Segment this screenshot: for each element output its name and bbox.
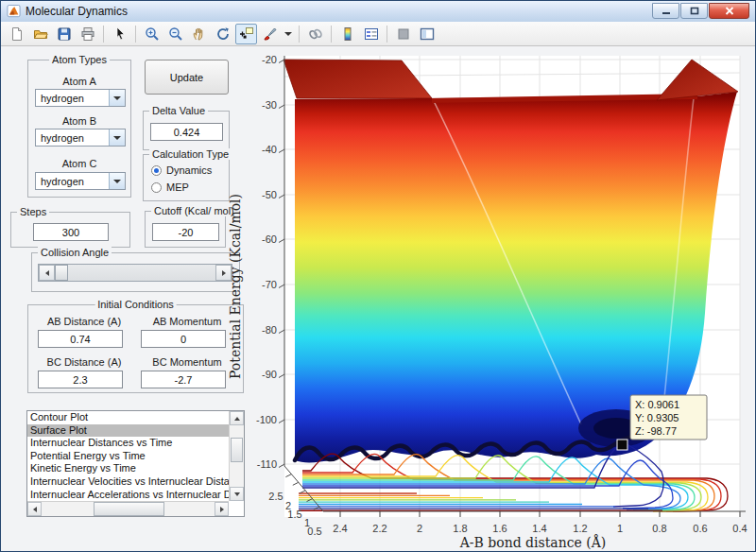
insert-legend-button[interactable] xyxy=(360,24,382,44)
cutoff-panel: Cutoff (Kcal/ mol) xyxy=(145,211,226,248)
link-plots-button[interactable] xyxy=(304,24,326,44)
ab-distance-field[interactable] xyxy=(38,330,123,348)
ab-momentum-field[interactable] xyxy=(141,330,226,348)
y-axis-label: Potential Energy (Kcal/mol) xyxy=(228,194,243,379)
svg-text:-70: -70 xyxy=(262,279,277,290)
open-folder-icon xyxy=(33,26,48,42)
hide-plot-tools-button[interactable] xyxy=(392,24,414,44)
new-document-button[interactable] xyxy=(6,24,27,44)
collision-angle-slider[interactable] xyxy=(38,264,232,282)
arrow-left-icon xyxy=(45,270,49,276)
list-item[interactable]: Potential Energy vs Time xyxy=(27,450,229,463)
pan-tool-button[interactable] xyxy=(188,24,210,44)
svg-text:2.4: 2.4 xyxy=(333,523,347,534)
zoom-out-tool-button[interactable] xyxy=(164,24,186,44)
save-icon xyxy=(57,26,72,42)
data-tip-z: Z: -98.77 xyxy=(635,425,677,437)
list-item[interactable]: Internuclear Velocities vs Internuclear … xyxy=(27,475,229,489)
svg-text:1.6: 1.6 xyxy=(492,523,507,534)
pointer-tool-button[interactable] xyxy=(109,24,130,44)
show-plot-tools-button[interactable] xyxy=(416,24,438,44)
horizontal-scroll-thumb[interactable] xyxy=(94,502,164,516)
atom-c-label: Atom C xyxy=(28,158,130,169)
print-button[interactable] xyxy=(77,24,98,44)
new-document-icon xyxy=(9,26,25,42)
matlab-figure-icon xyxy=(7,5,21,18)
combo-arrow-button[interactable] xyxy=(109,129,125,146)
atom-b-value: hydrogen xyxy=(36,129,109,146)
slider-thumb[interactable] xyxy=(55,265,68,281)
potential-energy-surface-plot[interactable]: -20 -30 -40 -50 -60 -70 -80 -90 -100 -11… xyxy=(228,46,756,552)
svg-text:2.5: 2.5 xyxy=(268,491,283,502)
toolbar-separator xyxy=(135,26,136,43)
atom-a-label: Atom A xyxy=(28,76,130,87)
radio-unselected-icon xyxy=(151,182,162,193)
combo-arrow-button[interactable] xyxy=(109,90,125,106)
list-item[interactable]: Internuclear Distances vs Time xyxy=(27,437,229,450)
close-icon xyxy=(725,7,734,15)
brush-dropdown-button[interactable] xyxy=(283,24,294,44)
rotate-3d-tool-button[interactable] xyxy=(212,24,233,44)
bc-momentum-field[interactable] xyxy=(141,371,226,388)
bc-distance-label: BC Distance (A) xyxy=(36,356,132,368)
plot-type-listbox[interactable]: Contour Plot Surface Plot Internuclear D… xyxy=(26,410,245,517)
atom-b-select[interactable]: hydrogen xyxy=(35,129,126,147)
steps-field[interactable] xyxy=(33,223,109,241)
data-tip-marker[interactable] xyxy=(617,440,627,450)
x-axis-tick-labels: 2.4 2.2 2 1.8 1.6 1.4 1.2 1 0.8 0.6 0.4 xyxy=(333,523,747,534)
pan-hand-icon xyxy=(192,26,207,42)
data-cursor-tool-button[interactable] xyxy=(235,24,257,44)
delta-value-field[interactable] xyxy=(150,123,223,141)
scroll-left-button[interactable] xyxy=(27,502,42,516)
maximize-button[interactable] xyxy=(680,3,708,19)
mep-radio[interactable]: MEP xyxy=(151,181,189,193)
title-bar[interactable]: Molecular Dynamics xyxy=(1,1,755,22)
radio-selected-icon xyxy=(151,165,162,176)
collision-angle-panel: Collision Angle xyxy=(31,252,240,292)
chevron-down-icon xyxy=(284,32,292,36)
panel-title: Initial Conditions xyxy=(94,299,177,310)
list-item[interactable]: Kinetic Energy vs Time xyxy=(27,462,229,475)
zoom-in-icon xyxy=(145,26,160,42)
save-button[interactable] xyxy=(53,24,75,44)
brush-tool-button[interactable] xyxy=(259,24,281,44)
horizontal-scrollbar[interactable] xyxy=(27,501,229,516)
svg-text:-100: -100 xyxy=(256,414,277,425)
x-axis-label: A-B bond distance (Å) xyxy=(459,534,607,550)
update-button[interactable]: Update xyxy=(145,60,229,95)
atom-b-label: Atom B xyxy=(28,115,130,127)
minimize-icon xyxy=(662,7,671,15)
toolbar-separator xyxy=(331,26,332,43)
open-file-button[interactable] xyxy=(29,24,51,44)
list-item[interactable]: Internuclear Accelerations vs Internucle… xyxy=(27,489,229,501)
svg-text:2: 2 xyxy=(417,523,422,534)
combo-arrow-button[interactable] xyxy=(109,173,125,189)
zoom-in-tool-button[interactable] xyxy=(141,24,163,44)
minimize-button[interactable] xyxy=(652,3,679,19)
svg-text:-80: -80 xyxy=(262,324,277,336)
slider-track[interactable] xyxy=(68,265,215,281)
svg-text:1.8: 1.8 xyxy=(453,523,467,534)
slider-left-arrow[interactable] xyxy=(39,265,55,281)
svg-text:-90: -90 xyxy=(262,369,277,380)
atom-a-select[interactable]: hydrogen xyxy=(35,89,126,107)
toolbar-separator xyxy=(299,26,300,43)
dynamics-radio[interactable]: Dynamics xyxy=(151,164,212,176)
insert-colorbar-button[interactable] xyxy=(336,24,358,44)
list-item-selected[interactable]: Surface Plot xyxy=(27,424,229,438)
arrow-right-icon xyxy=(220,507,224,512)
mep-radio-label: MEP xyxy=(166,181,189,193)
y-axis-tick-labels: -20 -30 -40 -50 -60 -70 -80 -90 -100 -11… xyxy=(256,54,277,470)
svg-text:1.4: 1.4 xyxy=(532,523,546,534)
atom-c-select[interactable]: hydrogen xyxy=(35,172,126,190)
hide-plot-tools-icon xyxy=(396,26,411,42)
chevron-down-icon xyxy=(113,136,121,140)
close-button[interactable] xyxy=(709,3,749,19)
scroll-right-button[interactable] xyxy=(215,502,229,516)
cutoff-field[interactable] xyxy=(152,223,219,241)
data-cursor-icon xyxy=(239,26,254,42)
svg-text:0.5: 0.5 xyxy=(307,526,321,537)
ab-distance-label: AB Distance (A) xyxy=(36,316,132,327)
list-item[interactable]: Contour Plot xyxy=(27,411,229,424)
bc-distance-field[interactable] xyxy=(38,371,123,388)
